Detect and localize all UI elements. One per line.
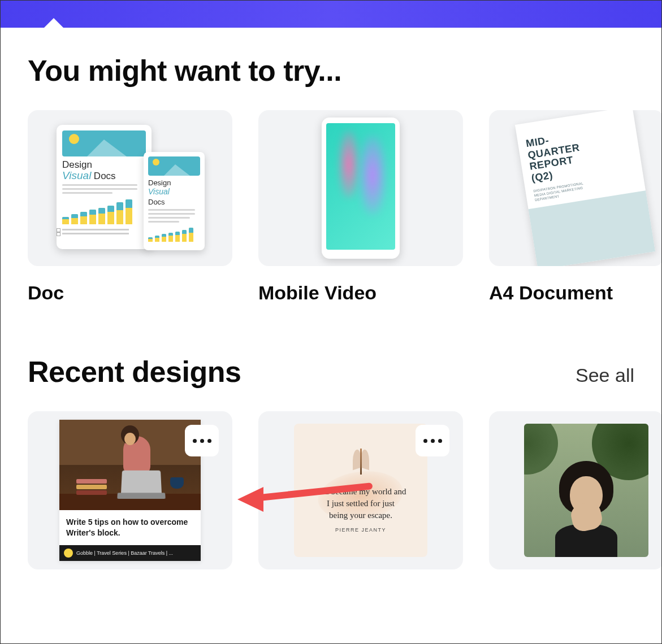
template-card-doc[interactable]: Design Visual Docs Design Visual xyxy=(28,110,232,304)
more-options-button[interactable] xyxy=(185,425,219,456)
see-all-link[interactable]: See all xyxy=(576,364,634,386)
template-thumb-mobile-video xyxy=(258,110,463,266)
template-thumb-doc: Design Visual Docs Design Visual xyxy=(28,110,232,266)
recent-section-title: Recent designs xyxy=(28,355,241,389)
template-label-a4-document: A4 Document xyxy=(489,282,662,304)
ellipsis-icon xyxy=(193,439,197,443)
recent-2-author: PIERRE JEANTY xyxy=(335,527,386,533)
template-thumb-a4-document: MID- QUARTER REPORT (Q2) DIGIPATRON PROM… xyxy=(489,110,662,266)
template-card-mobile-video[interactable]: Mobile Video xyxy=(258,110,463,304)
feather-icon xyxy=(360,449,362,475)
ellipsis-icon xyxy=(423,439,427,443)
doc-preview-line2-italic: Visual xyxy=(62,169,91,181)
templates-row: Design Visual Docs Design Visual xyxy=(28,110,634,304)
doc-preview-line1: Design xyxy=(62,160,146,169)
recent-1-caption: Write 5 tips on how to overcome Writer's… xyxy=(59,510,201,545)
top-banner xyxy=(1,1,661,28)
arrow-left-icon xyxy=(237,487,263,512)
more-options-button[interactable] xyxy=(416,425,449,456)
recent-1-audio-label: Gobble | Travel Series | Bazaar Travels … xyxy=(76,550,173,556)
recent-card-1[interactable]: Write 5 tips on how to overcome Writer's… xyxy=(28,411,232,569)
template-label-doc: Doc xyxy=(28,282,232,304)
template-card-a4-document[interactable]: MID- QUARTER REPORT (Q2) DIGIPATRON PROM… xyxy=(489,110,662,304)
template-label-mobile-video: Mobile Video xyxy=(258,282,463,304)
doc-preview-line2-plain: Docs xyxy=(94,171,116,181)
templates-section-title: You might want to try... xyxy=(28,54,634,88)
audio-source-icon xyxy=(64,549,73,558)
banner-notch-indicator xyxy=(44,18,64,28)
recent-card-3[interactable] xyxy=(489,411,662,569)
annotation-arrow xyxy=(237,480,373,514)
